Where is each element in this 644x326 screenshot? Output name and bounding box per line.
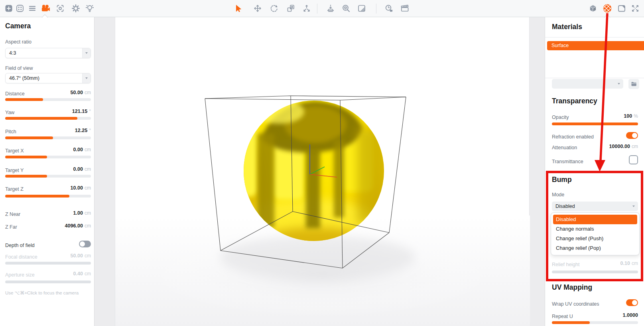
- repeat-u-row: Repeat U 1.0000: [552, 312, 638, 319]
- bump-section-title: Bump: [552, 176, 572, 184]
- aperture-size-slider: [5, 281, 91, 283]
- toggle-knob: [632, 300, 637, 305]
- uv-mapping-section-title: UV Mapping: [552, 283, 592, 292]
- clapperboard-button[interactable]: [399, 3, 410, 14]
- slider-fill: [5, 98, 43, 101]
- spread-apart-icon: [302, 4, 311, 13]
- focal-distance-slider: [5, 262, 91, 265]
- select-tool-button[interactable]: [232, 3, 244, 14]
- wrap-uv-row: Wrap UV coordinates: [552, 300, 638, 307]
- expand-button[interactable]: [630, 3, 641, 14]
- aspect-ratio-value: 4:3: [9, 50, 16, 56]
- menu-option-disabled[interactable]: Disabled: [553, 215, 637, 224]
- opacity-row: Opacity 100%: [552, 113, 638, 120]
- pitch-row: Pitch 12.25°: [5, 128, 91, 134]
- chevron-down-icon: [632, 205, 635, 207]
- material-texture-select[interactable]: [552, 79, 623, 89]
- zoom-to-object-button[interactable]: [341, 3, 352, 14]
- object-list-button[interactable]: [27, 3, 38, 14]
- rotate-icon: [269, 4, 279, 13]
- camera-panel: Camera Aspect ratio 4:3 Field of view 46…: [0, 17, 95, 326]
- add-object-icon: [4, 4, 14, 13]
- target-x-slider[interactable]: [5, 156, 91, 158]
- library-button[interactable]: [14, 3, 26, 14]
- add-object-button[interactable]: [3, 3, 14, 14]
- snapshot-icon: [617, 4, 626, 13]
- wrap-uv-toggle[interactable]: [626, 299, 638, 306]
- toolbar: [0, 0, 644, 17]
- target-x-row: Target X 0.00cm: [5, 147, 91, 154]
- settings-button[interactable]: [70, 3, 81, 14]
- drop-to-floor-button[interactable]: [325, 3, 336, 14]
- focal-distance-row: Focal distance 50.00cm: [5, 253, 91, 260]
- attenuation-row: Attenuation 10000.00cm: [552, 144, 638, 150]
- materials-panel: Materials Surface Transparency Opacity 1…: [545, 17, 644, 326]
- material-list-item-surface[interactable]: Surface: [547, 41, 644, 50]
- clock-icon: [384, 4, 394, 13]
- open-texture-button[interactable]: [628, 79, 639, 89]
- gear-icon: [71, 4, 81, 13]
- aperture-size-row: Aperture size 0.40cm: [5, 271, 91, 278]
- texture-icon: [357, 4, 366, 13]
- aspect-ratio-select[interactable]: 4:3: [5, 48, 91, 58]
- depth-of-field-toggle[interactable]: [79, 241, 91, 247]
- scale-tool-button[interactable]: [285, 3, 296, 14]
- divider: [545, 37, 644, 38]
- focus-button[interactable]: [55, 3, 66, 14]
- relief-height-slider: [552, 271, 638, 273]
- focus-camera-hint: Use ⌥⌘+Click to focus the camera: [5, 290, 79, 296]
- geometry-panel-button[interactable]: [587, 3, 599, 14]
- toolbar-separator: [317, 4, 317, 14]
- target-y-slider[interactable]: [5, 175, 91, 178]
- move-tool-button[interactable]: [252, 3, 263, 14]
- opacity-slider[interactable]: [552, 122, 638, 125]
- folder-icon: [630, 81, 637, 87]
- transmittance-checkbox[interactable]: [629, 155, 638, 164]
- lighting-button[interactable]: [84, 3, 95, 14]
- time-button[interactable]: [383, 3, 394, 14]
- slider-fill: [5, 195, 69, 198]
- z-far-row: Z Far 4096.00cm: [5, 223, 91, 230]
- z-near-row: Z Near 1.00cm: [5, 210, 91, 217]
- menu-option-change-relief-push[interactable]: Change relief (Push): [553, 234, 637, 243]
- bump-mode-select[interactable]: Disabled: [552, 202, 638, 211]
- yaw-slider[interactable]: [5, 117, 91, 120]
- repeat-u-slider[interactable]: [552, 321, 638, 324]
- geometry-cube-icon: [588, 4, 598, 13]
- pitch-slider[interactable]: [5, 136, 91, 139]
- aspect-ratio-label: Aspect ratio: [5, 39, 32, 45]
- materials-panel-title: Materials: [552, 23, 582, 31]
- snapshot-button[interactable]: [616, 3, 627, 14]
- bump-mode-row: Mode: [552, 191, 638, 198]
- refraction-row: Refraction enabled: [552, 133, 638, 140]
- texture-button[interactable]: [356, 3, 367, 14]
- transmittance-row: Transmittance: [552, 158, 638, 164]
- menu-option-change-relief-pop[interactable]: Change relief (Pop): [553, 243, 637, 253]
- library-icon: [15, 4, 25, 13]
- distance-slider[interactable]: [5, 98, 91, 101]
- spread-tool-button[interactable]: [301, 3, 312, 14]
- viewport-canvas[interactable]: [115, 17, 530, 326]
- refraction-toggle[interactable]: [626, 132, 638, 139]
- scene-render: [115, 17, 530, 326]
- rotate-tool-button[interactable]: [268, 3, 280, 14]
- field-of-view-label: Field of view: [5, 65, 33, 71]
- slider-fill: [5, 156, 47, 158]
- materials-panel-button[interactable]: [602, 3, 613, 14]
- depth-of-field-row: Depth of field: [5, 241, 91, 248]
- slider-fill: [5, 175, 47, 178]
- target-z-slider[interactable]: [5, 195, 91, 198]
- field-of-view-select[interactable]: 46.7° (50mm): [5, 73, 91, 83]
- menu-option-change-normals[interactable]: Change normals: [553, 224, 637, 234]
- sphere-shadow: [220, 235, 415, 279]
- divider: [545, 78, 644, 78]
- focus-icon: [55, 4, 65, 13]
- toggle-knob: [632, 133, 637, 138]
- zoom-to-object-icon: [341, 4, 351, 13]
- bump-mode-dropdown-menu: Disabled Change normals Change relief (P…: [551, 212, 640, 255]
- camera-panel-title: Camera: [5, 22, 31, 30]
- camera-panel-button[interactable]: [40, 3, 51, 14]
- camera-icon: [40, 3, 51, 14]
- chevron-down-icon: [82, 73, 91, 83]
- slider-fill: [552, 122, 638, 125]
